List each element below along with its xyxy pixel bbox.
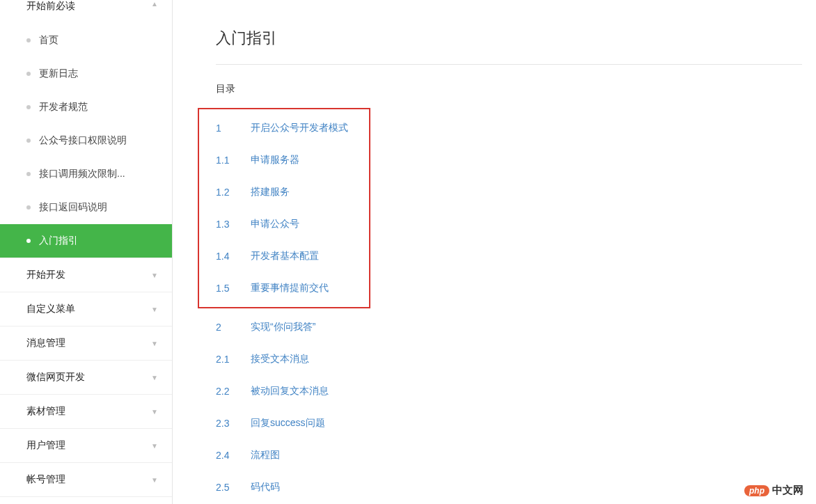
sidebar-section-header-0[interactable]: 开始前必读 ▲ [0,0,172,24]
sidebar-item-label: 入门指引 [39,235,78,247]
sidebar-section-label: 自定义菜单 [26,303,75,315]
bullet-icon [26,205,31,210]
bullet-icon [26,72,31,76]
chevron-down-icon: ▼ [151,374,158,381]
sidebar-item-label: 接口调用频次限制... [39,168,125,180]
toc-number: 2 [216,322,251,333]
toc-number: 1.5 [216,283,251,294]
sidebar-section-header-5[interactable]: 素材管理▼ [0,395,172,428]
toc-number: 2.5 [216,482,251,493]
toc-item-9[interactable]: 2.3回复success问题 [216,407,802,439]
toc-link[interactable]: 开发者基本配置 [251,250,319,262]
toc-link[interactable]: 开启公众号开发者模式 [251,122,348,134]
sidebar-section-label: 开始开发 [26,269,65,281]
sidebar-section-label: 用户管理 [26,439,65,452]
toc-item-1[interactable]: 1.1申请服务器 [216,144,369,176]
sidebar-section-label: 帐号管理 [26,473,65,486]
chevron-down-icon: ▼ [151,476,158,484]
sidebar-item-label: 更新日志 [39,68,78,80]
sidebar-section-header-2[interactable]: 自定义菜单▼ [0,292,172,326]
sidebar-section-label: 微信网页开发 [26,371,85,384]
sidebar-section-header-7[interactable]: 帐号管理▼ [0,463,172,496]
sidebar-section-header-4[interactable]: 微信网页开发▼ [0,361,172,394]
chevron-up-icon: ▲ [151,0,158,8]
bullet-icon [26,38,31,42]
bullet-icon [26,239,31,243]
sidebar: 开始前必读 ▲ 首页更新日志开发者规范公众号接口权限说明接口调用频次限制...接… [0,0,173,504]
sidebar-item-0[interactable]: 首页 [0,24,172,57]
sidebar-section-4: 微信网页开发▼ [0,361,172,395]
sidebar-section-7: 帐号管理▼ [0,463,172,497]
sidebar-item-label: 接口返回码说明 [39,201,107,214]
toc-item-6[interactable]: 2实现“你问我答” [216,311,802,343]
sidebar-section-3: 消息管理▼ [0,326,172,361]
toc-number: 1.2 [216,187,251,198]
toc-link[interactable]: 申请服务器 [251,154,299,166]
sidebar-item-label: 开发者规范 [39,101,88,113]
sidebar-section-header-3[interactable]: 消息管理▼ [0,326,172,360]
sidebar-section-2: 自定义菜单▼ [0,292,172,326]
toc-link[interactable]: 码代码 [251,481,280,494]
chevron-down-icon: ▼ [151,271,158,279]
toc-number: 1.4 [216,251,251,262]
toc-number: 2.4 [216,450,251,461]
toc-item-7[interactable]: 2.1接受文本消息 [216,343,802,375]
sidebar-subitems: 首页更新日志开发者规范公众号接口权限说明接口调用频次限制...接口返回码说明入门… [0,24,172,258]
toc-item-5[interactable]: 1.5重要事情提前交代 [216,272,369,304]
toc-item-8[interactable]: 2.2被动回复文本消息 [216,375,802,407]
toc-item-4[interactable]: 1.4开发者基本配置 [216,240,369,272]
chevron-down-icon: ▼ [151,408,158,416]
bullet-icon [26,105,31,109]
sidebar-section-1: 开始开发▼ [0,258,172,292]
toc-link[interactable]: 搭建服务 [251,186,290,198]
toc-highlight-box: 1开启公众号开发者模式1.1申请服务器1.2搭建服务1.3申请公众号1.4开发者… [198,108,370,308]
sidebar-section-header-1[interactable]: 开始开发▼ [0,258,172,292]
sidebar-item-4[interactable]: 接口调用频次限制... [0,157,172,191]
chevron-down-icon: ▼ [151,340,158,347]
toc-link[interactable]: 流程图 [251,449,280,462]
toc-link[interactable]: 重要事情提前交代 [251,282,329,294]
sidebar-item-2[interactable]: 开发者规范 [0,90,172,124]
toc-item-11[interactable]: 2.5码代码 [216,471,802,503]
bullet-icon [26,172,31,176]
toc-label: 目录 [216,83,802,95]
php-badge-icon: php [744,485,769,496]
sidebar-section-label: 开始前必读 [26,0,75,13]
toc-link[interactable]: 被动回复文本消息 [251,385,329,397]
toc-link[interactable]: 接受文本消息 [251,353,309,365]
toc-number: 1.3 [216,219,251,230]
toc-item-10[interactable]: 2.4流程图 [216,439,802,471]
sidebar-item-1[interactable]: 更新日志 [0,57,172,90]
toc-item-3[interactable]: 1.3申请公众号 [216,208,369,240]
toc: 1开启公众号开发者模式1.1申请服务器1.2搭建服务1.3申请公众号1.4开发者… [216,108,802,504]
toc-item-0[interactable]: 1开启公众号开发者模式 [216,112,369,144]
sidebar-section-label: 消息管理 [26,337,65,349]
toc-number: 2.3 [216,418,251,429]
main-content: 入门指引 目录 1开启公众号开发者模式1.1申请服务器1.2搭建服务1.3申请公… [173,0,816,504]
page-title: 入门指引 [216,28,802,65]
chevron-down-icon: ▼ [151,442,158,450]
toc-link[interactable]: 回复success问题 [251,417,325,430]
sidebar-section-0: 开始前必读 ▲ 首页更新日志开发者规范公众号接口权限说明接口调用频次限制...接… [0,0,172,258]
toc-number: 2.1 [216,354,251,365]
toc-link[interactable]: 申请公众号 [251,218,299,230]
sidebar-section-6: 用户管理▼ [0,429,172,463]
sidebar-section-header-6[interactable]: 用户管理▼ [0,429,172,462]
toc-link[interactable]: 实现“你问我答” [251,321,315,333]
sidebar-item-6[interactable]: 入门指引 [0,224,172,258]
watermark-text: 中文网 [772,484,803,497]
chevron-down-icon: ▼ [151,306,158,313]
toc-number: 2.2 [216,386,251,397]
sidebar-item-3[interactable]: 公众号接口权限说明 [0,124,172,157]
sidebar-item-label: 首页 [39,34,58,47]
toc-item-2[interactable]: 1.2搭建服务 [216,176,369,208]
toc-number: 1.1 [216,155,251,166]
bullet-icon [26,139,31,143]
sidebar-section-label: 素材管理 [26,405,65,418]
toc-number: 1 [216,123,251,134]
sidebar-section-5: 素材管理▼ [0,395,172,429]
sidebar-item-label: 公众号接口权限说明 [39,134,127,147]
watermark: php 中文网 [744,484,803,497]
sidebar-item-5[interactable]: 接口返回码说明 [0,191,172,224]
